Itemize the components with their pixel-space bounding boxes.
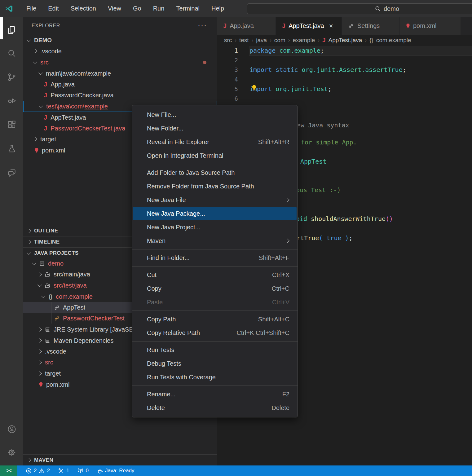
source-control-icon[interactable] <box>0 66 23 89</box>
chevron-down-icon <box>38 71 43 75</box>
tree-item-passwordchecker-java[interactable]: J PasswordChecker.java <box>23 90 217 101</box>
command-center-search[interactable]: demo <box>247 3 472 14</box>
tab-pom-xml[interactable]: pom.xml <box>400 17 461 35</box>
tasks-status[interactable]: 1 <box>58 468 69 474</box>
menu-item-add-folder-to-java-source-path[interactable]: Add Folder to Java Source Path <box>132 166 298 179</box>
java-file-icon: J <box>322 37 326 44</box>
menu-item-delete[interactable]: DeleteDelete <box>132 401 298 415</box>
breadcrumb-file[interactable]: AppTest.java <box>328 37 362 44</box>
chevron-down-icon <box>33 60 37 64</box>
java-status[interactable]: Java: Ready <box>97 468 135 474</box>
library-icon <box>45 338 50 343</box>
menu-item-run-tests[interactable]: Run Tests <box>132 343 298 357</box>
breadcrumb-item[interactable]: src <box>224 37 232 44</box>
java-file-icon: J <box>223 22 227 29</box>
menu-terminal[interactable]: Terminal <box>170 0 205 17</box>
status-bar: >< 2 2 1 0 Java: Ready <box>0 465 472 476</box>
tab-app-java[interactable]: J App.java <box>217 17 276 35</box>
warning-icon <box>39 468 45 474</box>
menu-separator <box>132 249 298 249</box>
java-file-icon: J <box>44 81 47 88</box>
chevron-separator: › <box>365 37 367 43</box>
account-icon[interactable] <box>0 418 23 441</box>
chevron-down-icon <box>41 294 46 298</box>
menu-separator <box>132 311 298 311</box>
breadcrumb-item[interactable]: com <box>274 37 285 44</box>
tab-settings[interactable]: Settings <box>342 17 400 35</box>
search-sidebar-icon[interactable] <box>0 42 23 65</box>
activity-bar <box>0 17 23 465</box>
menu-item-find-in-folder[interactable]: Find in Folder...Shift+Alt+F <box>132 251 298 265</box>
menu-item-new-java-project[interactable]: New Java Project... <box>132 220 298 234</box>
menu-bar: File Edit Selection View Go Run Terminal… <box>20 0 230 17</box>
explorer-header: EXPLORER ··· <box>23 17 217 34</box>
menu-item-run-tests-with-coverage[interactable]: Run Tests with Coverage <box>132 370 298 384</box>
broadcast-icon <box>77 468 83 474</box>
tree-item-vscode[interactable]: .vscode <box>23 46 217 57</box>
chevron-right-icon <box>27 240 31 244</box>
context-menu: New File... New Folder... Reveal in File… <box>132 105 298 417</box>
code-fragment: ous Test :-) <box>296 185 341 195</box>
tree-item-main-java-com-example[interactable]: main\java\com\example <box>23 68 217 79</box>
extensions-icon[interactable] <box>0 113 23 136</box>
ports-status[interactable]: 0 <box>77 468 88 474</box>
menu-item-reveal-in-file-explorer[interactable]: Reveal in File ExplorerShift+Alt+R <box>132 135 298 149</box>
tree-item-src[interactable]: src <box>23 57 217 68</box>
section-maven[interactable]: MAVEN <box>23 454 217 465</box>
menu-help[interactable]: Help <box>205 0 230 17</box>
menu-item-copy[interactable]: CopyCtrl+C <box>132 282 298 295</box>
menu-item-debug-tests[interactable]: Debug Tests <box>132 357 298 370</box>
chevron-down-icon <box>32 261 36 265</box>
source-folder-icon <box>45 283 50 288</box>
menu-go[interactable]: Go <box>127 0 147 17</box>
menu-item-new-java-file[interactable]: New Java File <box>132 193 298 207</box>
menu-run[interactable]: Run <box>147 0 170 17</box>
menu-selection[interactable]: Selection <box>65 0 102 17</box>
menu-item-new-file[interactable]: New File... <box>132 108 298 121</box>
run-debug-icon[interactable] <box>0 89 23 112</box>
breadcrumb-symbol[interactable]: com.example <box>376 37 411 44</box>
menu-item-cut[interactable]: CutCtrl+X <box>132 268 298 282</box>
breadcrumb-item[interactable]: example <box>293 37 315 44</box>
java-file-icon: J <box>44 125 47 132</box>
menu-edit[interactable]: Edit <box>42 0 64 17</box>
submenu-chevron-icon <box>285 198 289 202</box>
menu-item-rename[interactable]: Rename...F2 <box>132 387 298 401</box>
problems-status[interactable]: 2 2 <box>26 468 50 474</box>
testing-icon[interactable] <box>0 137 23 160</box>
tab-apptest-java[interactable]: J AppTest.java × <box>276 17 342 35</box>
chevron-separator: › <box>288 37 290 43</box>
chevron-right-icon <box>37 371 42 376</box>
menu-item-maven[interactable]: Maven <box>132 234 298 248</box>
breadcrumb: src› test› java› com› example› J AppTest… <box>217 35 472 46</box>
vscode-window: File Edit Selection View Go Run Terminal… <box>0 0 472 476</box>
chevron-right-icon <box>37 360 42 364</box>
settings-gear-icon[interactable] <box>0 441 23 464</box>
menu-item-open-in-integrated-terminal[interactable]: Open in Integrated Terminal <box>132 149 298 162</box>
tree-item-app-java[interactable]: J App.java <box>23 79 217 90</box>
explorer-icon[interactable] <box>0 19 23 42</box>
code-fragment: oid shouldAnswerWithTrue() <box>296 214 393 224</box>
java-file-icon: J <box>44 114 47 121</box>
menu-item-remove-folder-from-java-source-path[interactable]: Remove Folder from Java Source Path <box>132 179 298 193</box>
library-icon <box>45 327 50 332</box>
remote-indicator[interactable]: >< <box>0 465 17 476</box>
comments-icon[interactable] <box>0 161 23 184</box>
breadcrumb-item[interactable]: test <box>239 37 249 44</box>
menu-file[interactable]: File <box>20 0 42 17</box>
menu-item-new-java-package[interactable]: New Java Package... <box>133 207 297 220</box>
close-icon[interactable]: × <box>329 22 333 30</box>
chevron-separator: › <box>270 37 271 43</box>
breadcrumb-item[interactable]: java <box>256 37 267 44</box>
menu-item-copy-path[interactable]: Copy PathShift+Alt+C <box>132 312 298 326</box>
tab-bar: J App.java J AppTest.java × Settings <box>217 17 472 35</box>
tree-item-demo-root[interactable]: DEMO <box>23 35 217 46</box>
chevron-right-icon <box>27 458 31 462</box>
menu-item-copy-relative-path[interactable]: Copy Relative PathCtrl+K Ctrl+Shift+C <box>132 326 298 340</box>
menu-item-new-folder[interactable]: New Folder... <box>132 121 298 135</box>
menu-view[interactable]: View <box>102 0 127 17</box>
more-actions-icon[interactable]: ··· <box>198 21 207 29</box>
chevron-right-icon <box>37 349 42 354</box>
code-fragment: rtTrue( true ); <box>297 233 353 243</box>
lightbulb-icon[interactable] <box>251 84 257 92</box>
